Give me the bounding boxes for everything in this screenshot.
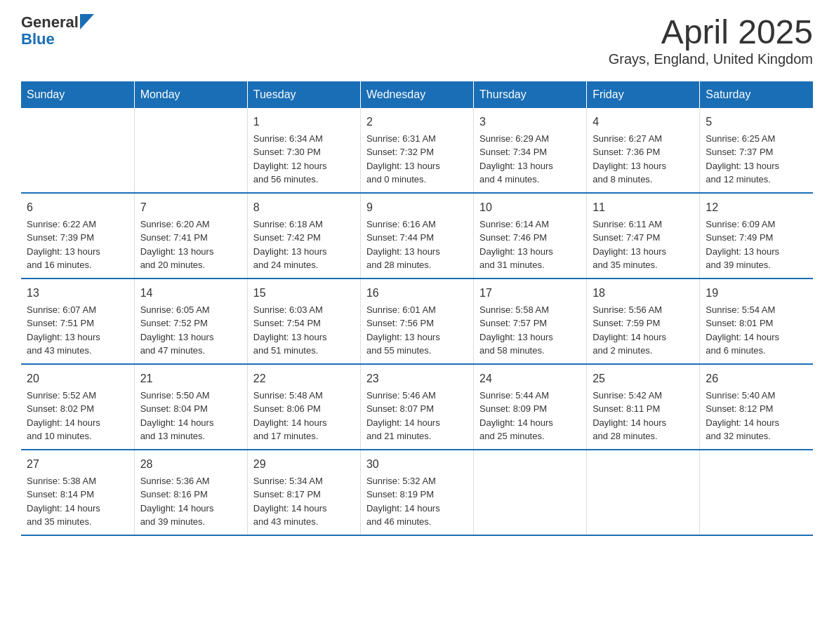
day-number: 1 [253,114,355,130]
header-day-saturday: Saturday [700,81,813,108]
calendar-cell: 23Sunrise: 5:46 AMSunset: 8:07 PMDayligh… [360,364,473,450]
calendar-cell: 30Sunrise: 5:32 AMSunset: 8:19 PMDayligh… [360,450,473,535]
day-info: Sunrise: 6:29 AMSunset: 7:34 PMDaylight:… [479,133,553,185]
day-number: 5 [706,114,807,130]
day-number: 11 [593,199,694,216]
calendar-table: SundayMondayTuesdayWednesdayThursdayFrid… [21,81,813,536]
calendar-cell [21,108,134,193]
calendar-cell [474,450,587,535]
calendar-cell: 16Sunrise: 6:01 AMSunset: 7:56 PMDayligh… [360,279,473,364]
day-info: Sunrise: 6:25 AMSunset: 7:37 PMDaylight:… [706,133,779,185]
logo-blue-text: Blue [21,30,55,48]
header-day-tuesday: Tuesday [247,81,360,108]
day-info: Sunrise: 6:14 AMSunset: 7:46 PMDaylight:… [479,219,553,271]
week-row-4: 20Sunrise: 5:52 AMSunset: 8:02 PMDayligh… [21,364,813,450]
day-info: Sunrise: 6:03 AMSunset: 7:54 PMDaylight:… [253,304,327,356]
calendar-cell: 24Sunrise: 5:44 AMSunset: 8:09 PMDayligh… [474,364,587,450]
logo-triangle-icon [80,14,94,29]
day-number: 3 [479,114,581,130]
day-info: Sunrise: 6:01 AMSunset: 7:56 PMDaylight:… [366,304,440,356]
page-title: April 2025 [609,14,813,51]
calendar-cell: 22Sunrise: 5:48 AMSunset: 8:06 PMDayligh… [247,364,360,450]
day-number: 9 [366,199,468,216]
header-day-monday: Monday [134,81,247,108]
day-number: 4 [593,114,694,130]
day-number: 15 [253,285,355,302]
calendar-cell: 26Sunrise: 5:40 AMSunset: 8:12 PMDayligh… [700,364,813,450]
day-number: 6 [27,199,128,216]
calendar-cell [587,450,700,535]
calendar-cell: 14Sunrise: 6:05 AMSunset: 7:52 PMDayligh… [134,279,247,364]
calendar-cell: 2Sunrise: 6:31 AMSunset: 7:32 PMDaylight… [360,108,473,193]
logo: General Blue [21,14,94,48]
day-number: 29 [253,456,355,473]
day-info: Sunrise: 6:11 AMSunset: 7:47 PMDaylight:… [593,219,666,271]
calendar-cell: 4Sunrise: 6:27 AMSunset: 7:36 PMDaylight… [587,108,700,193]
day-info: Sunrise: 5:38 AMSunset: 8:14 PMDaylight:… [27,476,100,528]
title-block: April 2025 Grays, England, United Kingdo… [609,14,813,67]
day-info: Sunrise: 5:34 AMSunset: 8:17 PMDaylight:… [253,476,327,528]
calendar-cell: 6Sunrise: 6:22 AMSunset: 7:39 PMDaylight… [21,193,134,279]
day-number: 22 [253,370,355,387]
day-info: Sunrise: 5:32 AMSunset: 8:19 PMDaylight:… [366,476,440,528]
day-info: Sunrise: 5:52 AMSunset: 8:02 PMDaylight:… [27,390,100,442]
calendar-cell: 12Sunrise: 6:09 AMSunset: 7:49 PMDayligh… [700,193,813,279]
calendar-cell [700,450,813,535]
calendar-cell: 1Sunrise: 6:34 AMSunset: 7:30 PMDaylight… [247,108,360,193]
calendar-cell: 7Sunrise: 6:20 AMSunset: 7:41 PMDaylight… [134,193,247,279]
day-number: 25 [593,370,694,387]
calendar-body: 1Sunrise: 6:34 AMSunset: 7:30 PMDaylight… [21,108,813,535]
header-row: SundayMondayTuesdayWednesdayThursdayFrid… [21,81,813,108]
calendar-cell: 18Sunrise: 5:56 AMSunset: 7:59 PMDayligh… [587,279,700,364]
day-info: Sunrise: 6:22 AMSunset: 7:39 PMDaylight:… [27,219,100,271]
day-info: Sunrise: 5:48 AMSunset: 8:06 PMDaylight:… [253,390,327,442]
week-row-1: 1Sunrise: 6:34 AMSunset: 7:30 PMDaylight… [21,108,813,193]
day-info: Sunrise: 6:20 AMSunset: 7:41 PMDaylight:… [140,219,214,271]
week-row-3: 13Sunrise: 6:07 AMSunset: 7:51 PMDayligh… [21,279,813,364]
day-number: 28 [140,456,241,473]
calendar-cell: 28Sunrise: 5:36 AMSunset: 8:16 PMDayligh… [134,450,247,535]
day-info: Sunrise: 6:05 AMSunset: 7:52 PMDaylight:… [140,304,214,356]
calendar-cell: 8Sunrise: 6:18 AMSunset: 7:42 PMDaylight… [247,193,360,279]
day-info: Sunrise: 6:09 AMSunset: 7:49 PMDaylight:… [706,219,779,271]
day-info: Sunrise: 5:42 AMSunset: 8:11 PMDaylight:… [593,390,666,442]
calendar-cell: 19Sunrise: 5:54 AMSunset: 8:01 PMDayligh… [700,279,813,364]
day-info: Sunrise: 5:46 AMSunset: 8:07 PMDaylight:… [366,390,440,442]
calendar-cell: 20Sunrise: 5:52 AMSunset: 8:02 PMDayligh… [21,364,134,450]
page-subtitle: Grays, England, United Kingdom [609,51,813,67]
day-number: 18 [593,285,694,302]
header-day-sunday: Sunday [21,81,134,108]
calendar-cell: 10Sunrise: 6:14 AMSunset: 7:46 PMDayligh… [474,193,587,279]
day-info: Sunrise: 5:44 AMSunset: 8:09 PMDaylight:… [479,390,553,442]
calendar-cell [134,108,247,193]
day-number: 13 [27,285,128,302]
calendar-cell: 11Sunrise: 6:11 AMSunset: 7:47 PMDayligh… [587,193,700,279]
day-info: Sunrise: 5:50 AMSunset: 8:04 PMDaylight:… [140,390,214,442]
calendar-cell: 25Sunrise: 5:42 AMSunset: 8:11 PMDayligh… [587,364,700,450]
svg-marker-0 [80,14,94,29]
day-info: Sunrise: 5:36 AMSunset: 8:16 PMDaylight:… [140,476,214,528]
day-number: 7 [140,199,241,216]
day-number: 26 [706,370,807,387]
calendar-cell: 27Sunrise: 5:38 AMSunset: 8:14 PMDayligh… [21,450,134,535]
week-row-2: 6Sunrise: 6:22 AMSunset: 7:39 PMDaylight… [21,193,813,279]
calendar-cell: 3Sunrise: 6:29 AMSunset: 7:34 PMDaylight… [474,108,587,193]
day-info: Sunrise: 6:07 AMSunset: 7:51 PMDaylight:… [27,304,100,356]
day-number: 20 [27,370,128,387]
day-number: 30 [366,456,468,473]
calendar-cell: 29Sunrise: 5:34 AMSunset: 8:17 PMDayligh… [247,450,360,535]
day-number: 17 [479,285,581,302]
day-number: 21 [140,370,241,387]
logo-general-text: General [21,14,79,31]
day-number: 8 [253,199,355,216]
header-day-friday: Friday [587,81,700,108]
day-info: Sunrise: 5:40 AMSunset: 8:12 PMDaylight:… [706,390,779,442]
day-number: 24 [479,370,581,387]
header-day-wednesday: Wednesday [360,81,473,108]
day-number: 2 [366,114,468,130]
day-info: Sunrise: 6:34 AMSunset: 7:30 PMDaylight:… [253,133,327,185]
day-info: Sunrise: 6:27 AMSunset: 7:36 PMDaylight:… [593,133,666,185]
day-number: 23 [366,370,468,387]
calendar-header: SundayMondayTuesdayWednesdayThursdayFrid… [21,81,813,108]
day-info: Sunrise: 6:18 AMSunset: 7:42 PMDaylight:… [253,219,327,271]
